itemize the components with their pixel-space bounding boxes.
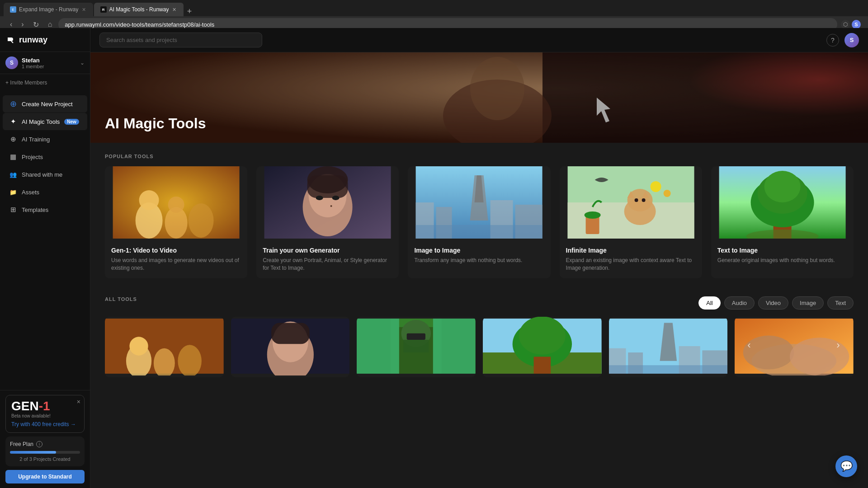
tab-close-expand[interactable]: ×: [81, 6, 86, 13]
svg-rect-54: [271, 323, 309, 344]
tool-card-title-train: Train your own Generator: [263, 247, 392, 254]
upgrade-button[interactable]: Upgrade to Standard: [5, 470, 85, 483]
app-container: runway S Stefan 1 member ⌄ + Invite Memb…: [0, 28, 868, 488]
tool-card-desc-train: Create your own Portrait, Animal, or Sty…: [263, 257, 392, 272]
all-tool-thumb-1: [105, 317, 224, 375]
extensions-icon[interactable]: ⬡: [841, 20, 850, 29]
hero-section: AI Magic Tools: [90, 52, 868, 143]
sidebar-item-shared[interactable]: 👥 Shared with me: [3, 166, 87, 183]
invite-members-button[interactable]: + Invite Members: [5, 78, 85, 88]
filter-btn-audio[interactable]: Audio: [724, 296, 755, 310]
tab-label-expand: Expand Image - Runway: [19, 6, 78, 13]
svg-rect-67: [534, 357, 551, 374]
user-info: Stefan 1 member: [22, 57, 76, 69]
avatar-initial: S: [10, 60, 14, 66]
sidebar-bottom: × GEN-1 Beta now available! Try with 400…: [0, 390, 90, 488]
tool-card-desc-infinite: Expand an existing image with context aw…: [566, 257, 696, 272]
sidebar-item-templates[interactable]: ⊞ Templates: [3, 201, 87, 218]
tool-card-train[interactable]: Train your own Generator Create your own…: [256, 166, 399, 278]
sidebar-item-label: AI Magic Tools: [22, 118, 60, 125]
svg-point-35: [642, 198, 645, 202]
free-plan-label: Free Plan: [10, 441, 33, 447]
all-tool-card-3[interactable]: [357, 317, 476, 377]
help-icon[interactable]: ?: [826, 34, 839, 47]
chevron-down-icon[interactable]: ⌄: [80, 60, 85, 66]
svg-point-39: [663, 190, 670, 197]
tool-card-title-txt2img: Text to Image: [717, 247, 847, 254]
runway-logo: runway: [5, 34, 47, 45]
main-content: AI Magic Tools POPULAR TOOLS: [90, 52, 868, 488]
tool-card-body-txt2img: Text to Image Generate original images w…: [711, 240, 854, 271]
gen1-title-prefix: GEN: [11, 399, 39, 413]
all-tool-card-6[interactable]: ‹ ›: [735, 317, 854, 377]
tab-favicon-expand: E: [10, 6, 16, 13]
svg-text:›: ›: [836, 339, 840, 350]
svg-rect-16: [307, 175, 348, 198]
user-avatar-top[interactable]: S: [844, 33, 859, 47]
all-tool-card-4[interactable]: [483, 317, 602, 377]
sidebar-item-assets[interactable]: 📁 Assets: [3, 183, 87, 201]
gen1-promo-card: × GEN-1 Beta now available! Try with 400…: [5, 395, 85, 433]
all-tools-label: ALL TOOLS: [105, 296, 137, 302]
tab-ai-magic[interactable]: R AI Magic Tools - Runway ×: [94, 3, 184, 16]
tab-close-ai-magic[interactable]: ×: [171, 6, 177, 13]
ai-training-icon: ⊕: [9, 135, 17, 143]
svg-point-38: [650, 181, 661, 192]
sidebar-item-projects[interactable]: ▦ Projects: [3, 148, 87, 165]
tool-card-img2img[interactable]: Image to Image Transform any image with …: [408, 166, 550, 278]
sidebar-item-ai-magic[interactable]: ✦ AI Magic Tools New: [3, 113, 87, 130]
svg-point-78: [790, 338, 849, 375]
gen1-close-button[interactable]: ×: [77, 398, 80, 405]
tool-card-infinite[interactable]: Infinite Image Expand an existing image …: [560, 166, 702, 278]
info-icon[interactable]: i: [36, 441, 42, 447]
filter-btn-all[interactable]: All: [698, 296, 720, 310]
sidebar-nav: ⊕ Create New Project ✦ AI Magic Tools Ne…: [0, 91, 90, 390]
filter-buttons: All Audio Video Image Text: [698, 296, 854, 310]
gen1-title: GEN-1: [11, 400, 79, 413]
hero-title: AI Magic Tools: [105, 115, 206, 132]
new-tab-button[interactable]: +: [184, 7, 195, 16]
content-area: POPULAR TOOLS: [90, 143, 868, 388]
sidebar-item-create[interactable]: ⊕ Create New Project: [3, 95, 87, 113]
tool-card-desc-txt2img: Generate original images with nothing bu…: [717, 257, 847, 264]
tool-card-body-train: Train your own Generator Create your own…: [256, 240, 399, 278]
tool-card-gen1[interactable]: Gen-1: Video to Video Use words and imag…: [105, 166, 247, 278]
sidebar: runway S Stefan 1 member ⌄ + Invite Memb…: [0, 28, 90, 488]
sidebar-item-label: Shared with me: [22, 171, 62, 178]
gen1-cta-link[interactable]: Try with 400 free credits →: [11, 421, 76, 427]
all-tool-thumb-6: ‹ ›: [735, 317, 854, 375]
tool-card-image-gen1: [105, 166, 247, 239]
all-tools-header: ALL TOOLS All Audio Video Image Text: [105, 296, 854, 310]
chat-bubble-button[interactable]: 💬: [835, 455, 857, 477]
all-tool-card-2[interactable]: [231, 317, 350, 377]
shared-icon: 👥: [9, 170, 17, 178]
user-section: S Stefan 1 member ⌄: [0, 52, 90, 74]
all-tool-card-1[interactable]: [105, 317, 224, 377]
sidebar-item-label: Create New Project: [22, 101, 73, 108]
filter-btn-text[interactable]: Text: [827, 296, 854, 310]
tool-card-image-img2img: [408, 166, 550, 239]
search-input[interactable]: [99, 33, 262, 47]
filter-btn-image[interactable]: Image: [792, 296, 824, 310]
tool-card-title-gen1: Gen-1: Video to Video: [111, 247, 241, 254]
tool-card-title-img2img: Image to Image: [414, 247, 544, 254]
all-tool-thumb-3: [357, 317, 476, 375]
ai-magic-icon: ✦: [9, 117, 17, 126]
all-tool-card-5[interactable]: [609, 317, 728, 377]
tool-card-txt2img[interactable]: Text to Image Generate original images w…: [711, 166, 854, 278]
profile-icon[interactable]: S: [852, 20, 861, 29]
svg-point-66: [519, 317, 566, 355]
tool-card-image-infinite: [560, 166, 702, 239]
assets-icon: 📁: [9, 188, 17, 196]
tool-card-desc-gen1: Use words and images to generate new vid…: [111, 257, 241, 272]
filter-btn-video[interactable]: Video: [758, 296, 788, 310]
svg-rect-60: [407, 333, 425, 339]
progress-fill: [10, 451, 56, 454]
browser-chrome: E Expand Image - Runway × R AI Magic Too…: [0, 0, 868, 28]
sidebar-item-label: AI Training: [22, 136, 50, 143]
tab-expand-image[interactable]: E Expand Image - Runway ×: [4, 3, 93, 16]
sidebar-item-ai-training[interactable]: ⊕ AI Training: [3, 131, 87, 148]
free-plan-section: Free Plan i 2 of 3 Projects Created: [5, 436, 85, 466]
popular-tools-grid: Gen-1: Video to Video Use words and imag…: [105, 166, 854, 278]
svg-point-37: [584, 211, 600, 219]
